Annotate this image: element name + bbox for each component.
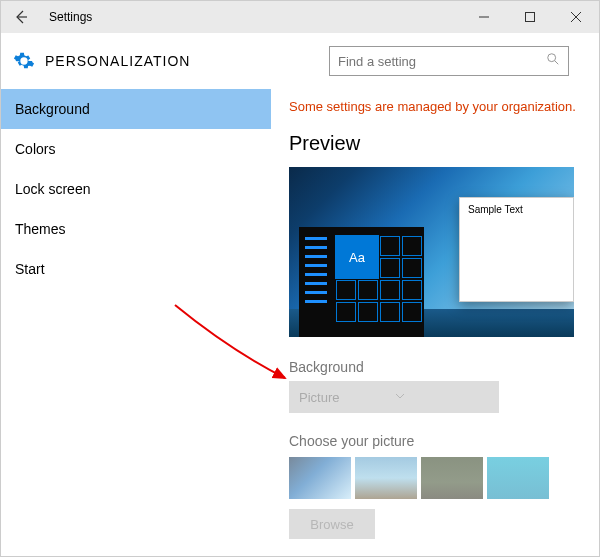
titlebar: Settings: [1, 1, 599, 33]
minimize-button[interactable]: [461, 1, 507, 33]
picture-thumb[interactable]: [487, 457, 549, 499]
window-controls: [461, 1, 599, 33]
header-row: PERSONALIZATION: [1, 33, 599, 89]
sidebar-item-label: Lock screen: [15, 181, 90, 197]
org-managed-message: Some settings are managed by your organi…: [289, 99, 589, 114]
sidebar-item-colors[interactable]: Colors: [1, 129, 271, 169]
sidebar-item-label: Colors: [15, 141, 55, 157]
background-dropdown[interactable]: Picture: [289, 381, 499, 413]
svg-rect-1: [526, 13, 535, 22]
content-area: Background Colors Lock screen Themes Sta…: [1, 89, 599, 556]
background-label: Background: [289, 359, 589, 375]
main-pane: Some settings are managed by your organi…: [271, 89, 599, 556]
desktop-preview: Aa Sample Text: [289, 167, 574, 337]
browse-button[interactable]: Browse: [289, 509, 375, 539]
svg-point-4: [548, 54, 556, 62]
settings-window: Settings PERSONALIZATION: [0, 0, 600, 557]
preview-tile-text: Aa: [335, 235, 379, 279]
sidebar-item-themes[interactable]: Themes: [1, 209, 271, 249]
preview-sample-window: Sample Text: [459, 197, 574, 302]
preview-heading: Preview: [289, 132, 589, 155]
chevron-down-icon: [394, 390, 489, 405]
close-button[interactable]: [553, 1, 599, 33]
sidebar-item-label: Background: [15, 101, 90, 117]
sidebar: Background Colors Lock screen Themes Sta…: [1, 89, 271, 556]
search-box[interactable]: [329, 46, 569, 76]
preview-sample-text: Sample Text: [460, 198, 573, 221]
sidebar-item-label: Themes: [15, 221, 66, 237]
picture-thumb[interactable]: [355, 457, 417, 499]
sidebar-item-background[interactable]: Background: [1, 89, 271, 129]
page-title: PERSONALIZATION: [45, 53, 190, 69]
picture-thumb[interactable]: [421, 457, 483, 499]
search-input[interactable]: [338, 54, 546, 69]
gear-icon: [13, 50, 35, 72]
app-title: Settings: [49, 10, 92, 24]
background-dropdown-value: Picture: [299, 390, 394, 405]
back-button[interactable]: [1, 1, 41, 33]
choose-picture-label: Choose your picture: [289, 433, 589, 449]
browse-button-label: Browse: [310, 517, 353, 532]
picture-thumbs: [289, 457, 589, 499]
maximize-button[interactable]: [507, 1, 553, 33]
picture-thumb[interactable]: [289, 457, 351, 499]
sidebar-item-start[interactable]: Start: [1, 249, 271, 289]
sidebar-item-label: Start: [15, 261, 45, 277]
preview-start-menu: Aa: [299, 227, 424, 337]
search-container: [329, 46, 569, 76]
search-icon: [546, 52, 560, 70]
sidebar-item-lockscreen[interactable]: Lock screen: [1, 169, 271, 209]
svg-line-5: [555, 61, 559, 65]
